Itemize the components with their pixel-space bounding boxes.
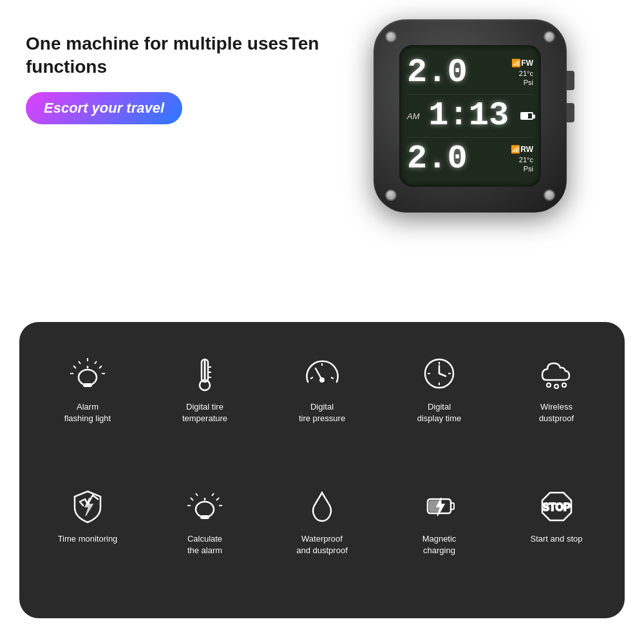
alarm-flash-label: Alarmflashing light [64,401,111,424]
svg-point-30 [562,383,566,387]
svg-point-0 [79,370,97,385]
rw-psi: Psi [524,164,533,173]
screw-bl [385,189,397,201]
display-time-label: Digitaldisplay time [417,401,462,424]
fw-label: 📶FW [511,59,533,69]
screen-front-info: 📶FW 21°c Psi [511,59,533,87]
headline: One machine for multiple usesTen functio… [26,32,322,79]
svg-line-38 [196,493,198,496]
top-section: One machine for multiple usesTen functio… [0,0,644,322]
waterproof-label: Waterproofand dustproof [296,533,348,556]
svg-line-8 [95,361,97,364]
feature-digital-temp: Digital tiretemperature [149,341,260,467]
svg-line-7 [79,361,80,364]
feature-time-monitor: Time monitoring [32,473,143,599]
side-button-top[interactable] [567,71,574,90]
svg-point-29 [554,384,558,388]
svg-line-3 [73,366,76,368]
screen-row-2: AM 1:13 [407,94,533,137]
screw-tl [385,31,397,43]
screw-tr [544,31,555,43]
svg-point-31 [196,502,214,517]
svg-line-34 [191,498,193,500]
svg-line-19 [331,377,334,379]
svg-line-39 [212,493,214,496]
start-stop-label: Start and stop [531,533,583,545]
side-button-bottom[interactable] [567,103,574,122]
bottom-section: Alarmflashing light Digital tiretemperat… [19,322,625,618]
feature-start-stop: STOP Start and stop [501,473,612,599]
svg-text:STOP: STOP [542,502,571,513]
feature-waterproof: Waterproofand dustproof [267,473,377,599]
svg-line-18 [310,377,313,379]
digital-temp-label: Digital tiretemperature [182,401,227,424]
feature-alarm-flash: Alarmflashing light [32,341,143,467]
device-container: 2.0 📶FW 21°c Psi AM 1:13 [322,19,618,213]
device: 2.0 📶FW 21°c Psi AM 1:13 [374,19,567,213]
feature-magnetic: Magneticcharging [384,473,495,599]
svg-line-5 [99,366,102,368]
screen-front-pressure: 2.0 [407,56,468,90]
am-label: AM [407,111,420,121]
charging-icon [417,483,462,528]
clock-icon [417,351,462,396]
feature-tire-pressure: Digitaltire pressure [267,341,377,467]
stop-icon: STOP [534,483,579,528]
alarm-flash-icon [65,351,110,396]
calc-alarm-label: Calculatethe alarm [187,533,222,556]
thermometer-icon [182,351,227,396]
alarm2-icon [182,483,227,528]
feature-display-time: Digitaldisplay time [384,341,495,467]
screen-rear-pressure: 2.0 [407,142,468,176]
svg-line-27 [439,374,446,376]
cloud-icon [534,351,579,396]
time-monitor-label: Time monitoring [58,533,118,545]
feature-wireless: Wirelessdustproof [501,341,612,467]
device-screen: 2.0 📶FW 21°c Psi AM 1:13 [399,45,541,187]
screen-rear-info: 📶RW 21°c Psi [511,145,533,173]
shield-icon [65,483,110,528]
screen-row-1: 2.0 📶FW 21°c Psi [407,52,533,94]
tire-pressure-label: Digitaltire pressure [299,401,345,424]
svg-line-17 [316,368,322,380]
escort-badge: Escort your travel [26,92,182,124]
left-text-area: One machine for multiple usesTen functio… [26,19,322,124]
screen-time: 1:13 [428,99,509,133]
battery-icon [520,112,533,120]
screw-br [544,189,555,201]
fw-psi: Psi [524,78,533,87]
svg-rect-41 [451,503,454,509]
gauge-icon [299,351,345,396]
fw-temp: 21°c [519,69,533,78]
features-grid: Alarmflashing light Digital tiretemperat… [32,341,612,599]
magnetic-label: Magneticcharging [422,533,457,556]
drop-icon [299,483,345,528]
svg-point-28 [547,383,551,387]
rw-temp: 21°c [519,155,533,164]
feature-calc-alarm: Calculatethe alarm [149,473,260,599]
svg-line-36 [216,498,219,500]
screen-row-3: 2.0 📶RW 21°c Psi [407,137,533,180]
wireless-label: Wirelessdustproof [539,401,574,424]
rw-label: 📶RW [511,145,533,155]
